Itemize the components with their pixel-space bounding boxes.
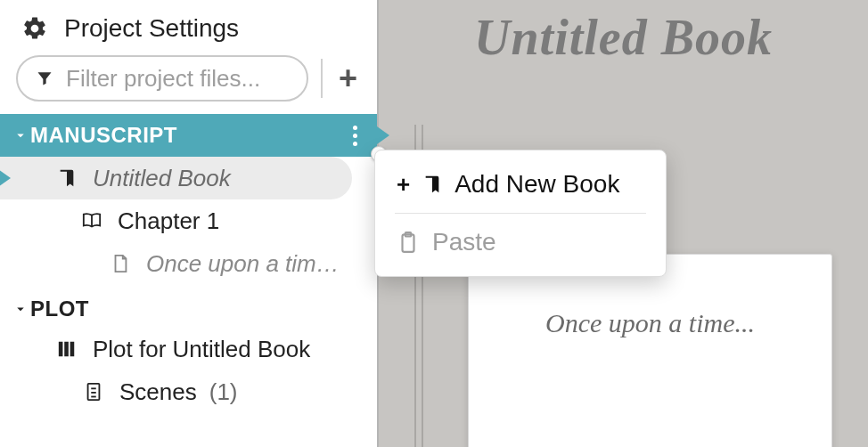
- tree-item-label: Untitled Book: [93, 165, 231, 192]
- filter-row: +: [0, 55, 377, 114]
- tree-item-scenes[interactable]: Scenes (1): [0, 370, 377, 413]
- book-icon: [53, 167, 80, 190]
- file-tree: MANUSCRIPT Untitled Book Chapter 1 Once …: [0, 114, 377, 413]
- tree-item-scene[interactable]: Once upon a tim…: [0, 242, 377, 285]
- scenes-icon: [80, 380, 107, 403]
- menu-item-paste[interactable]: Paste: [375, 215, 666, 269]
- tree-item-chapter[interactable]: Chapter 1: [0, 199, 377, 242]
- svg-rect-2: [70, 342, 75, 357]
- separator: [321, 59, 323, 98]
- scenes-count: (1): [209, 378, 238, 406]
- tree-item-label: Once upon a tim…: [146, 250, 340, 278]
- book-icon: [422, 173, 442, 196]
- book-title: Untitled Book: [474, 9, 773, 66]
- section-manuscript[interactable]: MANUSCRIPT: [0, 114, 377, 157]
- kebab-menu-button[interactable]: [348, 120, 363, 151]
- clipboard-icon: [397, 230, 420, 255]
- menu-separator: [395, 213, 646, 214]
- tree-item-label: Plot for Untitled Book: [93, 336, 310, 363]
- document-icon: [107, 252, 134, 275]
- menu-item-label: Add New Book: [454, 170, 619, 199]
- columns-icon: [53, 339, 80, 359]
- plus-icon: +: [397, 171, 410, 199]
- scene-card-text: Once upon a time...: [545, 308, 755, 447]
- project-settings-label: Project Settings: [64, 14, 239, 43]
- tree-item-label: Chapter 1: [118, 207, 219, 235]
- svg-rect-1: [64, 342, 69, 357]
- chevron-down-icon: [12, 301, 30, 317]
- context-menu: + Add New Book Paste: [374, 150, 667, 277]
- menu-item-add-new-book[interactable]: + Add New Book: [375, 158, 666, 211]
- sidebar: Project Settings + MANUSCRIPT Untitled B…: [0, 0, 379, 447]
- section-label: MANUSCRIPT: [30, 123, 177, 148]
- tree-item-plot[interactable]: Plot for Untitled Book: [0, 328, 377, 370]
- svg-rect-0: [59, 342, 63, 357]
- filter-input[interactable]: [66, 65, 289, 93]
- chevron-down-icon: [12, 127, 30, 143]
- filter-icon: [36, 69, 53, 87]
- gear-icon: [21, 15, 48, 42]
- add-button[interactable]: +: [335, 62, 361, 94]
- open-book-icon: [78, 211, 105, 231]
- tree-item-label: Scenes: [119, 378, 197, 406]
- menu-item-label: Paste: [432, 228, 496, 256]
- scene-card[interactable]: Once upon a time...: [468, 254, 832, 447]
- tree-item-book[interactable]: Untitled Book: [0, 157, 352, 199]
- section-plot[interactable]: PLOT: [0, 285, 377, 328]
- section-label: PLOT: [30, 297, 89, 321]
- filter-pill[interactable]: [16, 55, 308, 102]
- project-settings-row[interactable]: Project Settings: [0, 0, 377, 55]
